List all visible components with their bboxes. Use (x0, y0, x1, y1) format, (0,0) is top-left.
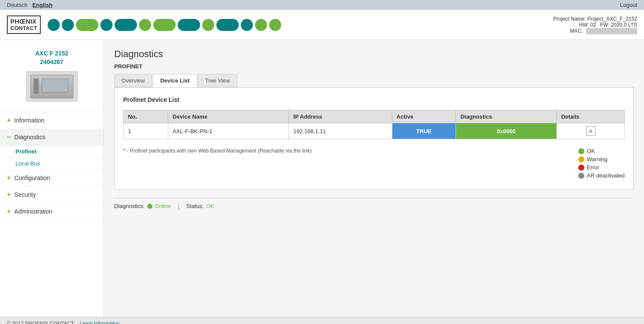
hw-label: HW: 02 (579, 22, 596, 28)
section-label: PROFINET (114, 63, 634, 70)
legend-label-ok: OK (587, 148, 595, 154)
device-table: No. Device Name IP Address Active Diagno… (123, 110, 625, 139)
project-name-value: Project_AXC_F_2152 (587, 16, 637, 22)
sidebar-sublabel-localbus: Local Bus (15, 160, 40, 167)
header-info: Project Name: Project_AXC_F_2152 HW: 02 … (553, 16, 637, 34)
language-bar: Deutsch English Logout (0, 0, 644, 10)
dot-11 (241, 19, 253, 31)
device-name-line2: 2404267 (5, 58, 98, 67)
legend: OK Warning Error AR deactivated (578, 148, 625, 180)
plus-icon-information: + (7, 116, 11, 124)
fw-label: FW: 2020.0 LTS (600, 22, 637, 28)
header-decoration-dots (48, 19, 281, 31)
legend-error: Error (578, 164, 625, 171)
legend-dot-ar (578, 173, 584, 179)
status-value: OK (206, 203, 214, 209)
project-name-label: Project Name: (553, 16, 586, 22)
table-header-row: No. Device Name IP Address Active Diagno… (124, 110, 625, 123)
sidebar-subitem-profinet[interactable]: Profinet (0, 146, 103, 158)
legend-label-error: Error (587, 164, 599, 171)
mac-line: MAC: ██████████████ (553, 28, 637, 34)
logo-area: PHŒNIX CONTACT (7, 15, 281, 34)
col-header-diagnostics: Diagnostics (456, 110, 557, 123)
dot-5 (115, 19, 137, 31)
col-header-ip: IP Address (289, 110, 392, 123)
dot-9 (202, 19, 214, 31)
dot-8 (178, 19, 200, 31)
page-title: Diagnostics (114, 49, 634, 60)
sidebar-item-administration[interactable]: + Administration (0, 203, 103, 220)
cell-diagnostics: 0x0000 (456, 123, 557, 139)
online-dot (147, 204, 152, 209)
sidebar-label-security: Security (14, 191, 36, 198)
note-text: * - Profinet participants with own Web B… (123, 148, 312, 154)
logout-button[interactable]: Logout (620, 2, 637, 8)
device-list-panel: Profinet Device List No. Device Name IP … (114, 87, 634, 190)
main-layout: AXC F 2152 2404267 + Information − Diagn… (0, 40, 644, 317)
sidebar-item-diagnostics[interactable]: − Diagnostics (0, 129, 103, 146)
dot-7 (153, 19, 176, 31)
sidebar-item-security[interactable]: + Security (0, 186, 103, 203)
table-row: 1 AXL-F-BK-PN-1 192.168.1.11 TRUE 0x0000… (124, 123, 625, 139)
col-header-details: Details (557, 110, 625, 123)
tab-overview[interactable]: Overview (114, 74, 152, 87)
sidebar-item-configuration[interactable]: + Configuration (0, 170, 103, 186)
cell-details[interactable]: ≡ (557, 123, 625, 139)
dot-13 (269, 19, 281, 31)
tab-device-list[interactable]: Device List (153, 74, 197, 87)
tab-tree-view[interactable]: Tree View (198, 74, 237, 87)
dot-6 (139, 19, 151, 31)
plus-icon-configuration: + (7, 174, 11, 182)
tab-bar: Overview Device List Tree View (114, 74, 634, 87)
deutsch-link[interactable]: Deutsch (7, 2, 27, 8)
dot-10 (216, 19, 239, 31)
english-link[interactable]: English (32, 2, 52, 8)
sidebar-label-configuration: Configuration (14, 174, 50, 181)
cell-device-name: AXL-F-BK-PN-1 (168, 123, 289, 139)
legend-label-warning: Warning (587, 156, 608, 162)
panel-title: Profinet Device List (123, 96, 625, 103)
project-name-line: Project Name: Project_AXC_F_2152 (553, 16, 637, 22)
footer: © 2017 PHOENIX CONTACT Legal Information (0, 317, 644, 324)
mac-value: ██████████████ (586, 28, 637, 34)
cell-active: TRUE (392, 123, 456, 139)
dot-2 (62, 19, 74, 31)
legend-dot-warning (578, 156, 584, 162)
sidebar-label-diagnostics: Diagnostics (14, 134, 45, 141)
content-area: Diagnostics PROFINET Overview Device Lis… (104, 40, 644, 317)
sidebar-label-information: Information (14, 117, 44, 124)
status-label: Status: (186, 203, 204, 209)
dot-1 (48, 19, 60, 31)
phoenix-contact-logo: PHŒNIX CONTACT (7, 15, 41, 34)
status-bar: Diagnostics: Online | Status: OK (114, 198, 634, 214)
plus-icon-administration: + (7, 208, 11, 215)
sidebar-item-information[interactable]: + Information (0, 112, 103, 129)
sidebar-subitem-localbus[interactable]: Local Bus (0, 158, 103, 170)
logo-contact-text: CONTACT (10, 25, 37, 31)
hw-fw-line: HW: 02 FW: 2020.0 LTS (553, 22, 637, 28)
dot-12 (255, 19, 267, 31)
cell-no: 1 (124, 123, 168, 139)
sidebar-label-administration: Administration (14, 208, 52, 215)
col-header-device-name: Device Name (168, 110, 289, 123)
device-name-line1: AXC F 2152 (5, 49, 98, 58)
legal-info-link[interactable]: Legal Information (80, 321, 120, 324)
device-card: AXC F 2152 2404267 (0, 44, 103, 112)
legend-label-ar: AR deactivated (587, 172, 625, 179)
legend-ar-deactivated: AR deactivated (578, 172, 625, 179)
mac-label: MAC: (570, 28, 583, 34)
col-header-no: No. (124, 110, 168, 123)
details-icon[interactable]: ≡ (586, 126, 595, 136)
legend-ok: OK (578, 148, 625, 154)
sidebar-sublabel-profinet: Profinet (15, 148, 36, 155)
minus-icon-diagnostics: − (7, 133, 11, 141)
sidebar: AXC F 2152 2404267 + Information − Diagn… (0, 40, 104, 317)
separator: | (178, 203, 179, 209)
legend-dot-ok (578, 148, 584, 154)
col-header-active: Active (392, 110, 456, 123)
diagnostics-label: Diagnostics: (114, 203, 145, 209)
panel-footer: * - Profinet participants with own Web B… (123, 148, 625, 180)
plus-icon-security: + (7, 191, 11, 199)
cell-ip: 192.168.1.11 (289, 123, 392, 139)
legend-dot-error (578, 165, 584, 171)
